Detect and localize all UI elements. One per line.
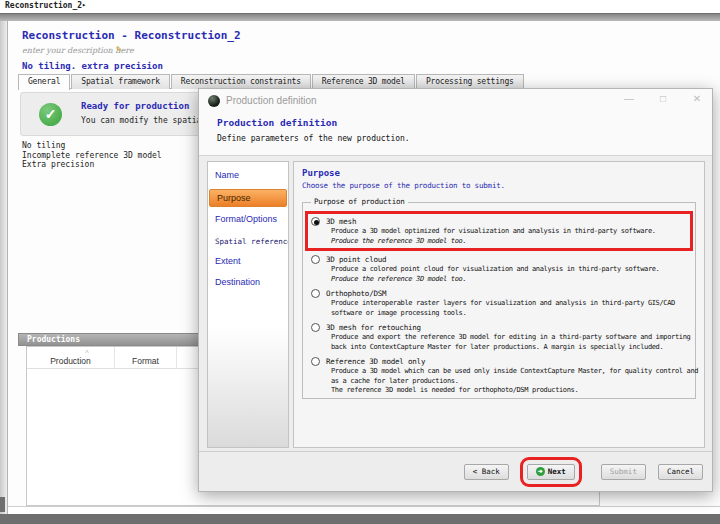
column-header-format[interactable]: Format [115,347,177,368]
tab-spatial-framework[interactable]: Spatial framework [71,74,169,89]
option-description: Produce a 3D model optimized for visuali… [331,227,687,237]
purpose-option-3d-mesh-for-retouching[interactable]: 3D mesh for retouchingProduce and export… [308,320,690,353]
radio-icon[interactable] [311,289,320,298]
radio-icon[interactable] [311,255,320,264]
option-description: software or image processing tools. [331,309,687,319]
next-button-label: Next [548,467,566,476]
tab-reference-3d-model[interactable]: Reference 3D model [312,74,415,89]
groupbox-label: Purpose of production [311,197,408,206]
option-label: Reference 3D model only [326,357,425,366]
success-check-icon: ✓ [39,103,62,126]
column-header-production[interactable]: Production [27,347,115,368]
maximize-icon[interactable]: □ [656,93,670,104]
wizard-step-extent[interactable]: Extent [208,252,288,273]
status-message: Incomplete reference 3D model [22,151,162,161]
option-label: 3D mesh for retouching [326,323,421,332]
option-note: Produce the reference 3D model too. [331,237,687,247]
option-description: Produce interoperable raster layers for … [331,299,687,309]
sort-arrow-icon: ˄ [85,348,89,356]
purpose-option-3d-point-cloud[interactable]: 3D point cloudProduce a colored point cl… [308,252,690,285]
dialog-title: Production definition [226,95,317,106]
page-title: Reconstruction - Reconstruction_2 [22,29,241,42]
radio-icon[interactable] [311,323,320,332]
minimize-icon[interactable]: — [622,93,636,104]
purpose-option-orthophoto-dsm[interactable]: Orthophoto/DSMProduce interoperable rast… [308,286,690,319]
option-description: Produce a 3D model which can be used onl… [331,367,687,377]
wizard-steps-sidebar: NamePurposeFormat/OptionsSpatial referen… [207,161,289,448]
left-splitter-handle[interactable] [0,497,5,512]
panel-subheading: Choose the purpose of the production to … [302,181,696,190]
option-description: The reference 3D model is needed for ort… [331,386,687,396]
taskbar-strip [0,514,720,524]
cancel-button[interactable]: Cancel [658,464,703,480]
left-splitter[interactable] [0,21,8,524]
dialog-heading: Production definition [217,117,337,128]
panel-heading: Purpose [302,168,696,178]
status-message: Extra precision [22,160,162,170]
tab-processing-settings[interactable]: Processing settings [416,74,524,89]
option-description: as a cache for later productions. [331,377,687,387]
production-definition-dialog: Production definition — □ ✕ Production d… [198,88,713,492]
window-divider-bar [0,13,720,21]
productions-header-label: Productions [27,335,80,344]
radio-icon[interactable] [311,357,320,366]
submit-button[interactable]: Submit [601,464,646,480]
tab-general[interactable]: General [18,74,70,90]
purpose-option-3d-mesh[interactable]: 3D meshProduce a 3D model optimized for … [305,211,693,251]
option-description: back into ContextCapture Master for late… [331,343,687,353]
wizard-step-format-options[interactable]: Format/Options [208,210,288,231]
dialog-titlebar[interactable]: Production definition — □ ✕ [199,89,712,113]
wizard-step-destination[interactable]: Destination [208,273,288,294]
breadcrumb-arrow-icon: ▸ [82,1,86,9]
status-messages: No tilingIncomplete reference 3D modelEx… [22,141,162,170]
wizard-step-purpose[interactable]: Purpose [209,189,287,207]
purpose-groupbox: Purpose of production 3D meshProduce a 3… [302,202,696,399]
purpose-option-reference-3d-model-only[interactable]: Reference 3D model onlyProduce a 3D mode… [308,354,690,397]
option-note: Produce the reference 3D model too. [331,275,687,285]
next-button[interactable]: ➜ Next [527,464,575,480]
tab-reconstruction-constraints[interactable]: Reconstruction constraints [171,74,311,89]
ready-title: Ready for production [81,101,189,111]
contextcapture-app-icon [208,95,220,107]
dialog-header: Production definition Define parameters … [199,113,712,156]
project-breadcrumb-bar: Reconstruction_2 ▸ [0,0,720,13]
purpose-options: 3D meshProduce a 3D model optimized for … [308,211,690,397]
option-label: 3D mesh [326,217,356,226]
purpose-panel: Purpose Choose the purpose of the produc… [293,161,705,448]
wizard-step-name[interactable]: Name [208,166,288,187]
dialog-footer: < Back ➜ Next Submit Cancel [199,451,712,491]
tab-bar: GeneralSpatial frameworkReconstruction c… [18,74,658,89]
dialog-subheading: Define parameters of the new production. [217,134,410,143]
status-message: No tiling [22,141,162,151]
reconstruction-status-line: No tiling. extra precision [22,61,163,71]
option-description: Produce and export the reference 3D mode… [331,333,687,343]
option-description: Produce a colored point cloud for visual… [331,265,687,275]
radio-icon[interactable] [311,217,320,226]
close-icon[interactable]: ✕ [690,93,704,104]
option-label: Orthophoto/DSM [326,289,386,298]
option-label: 3D point cloud [326,255,386,264]
back-button[interactable]: < Back [464,464,509,480]
edit-pencil-icon[interactable]: ✎ [116,43,122,54]
next-arrow-icon: ➜ [536,467,545,476]
wizard-step-spatial-reference-s[interactable]: Spatial reference s [208,231,288,252]
breadcrumb[interactable]: Reconstruction_2 [5,1,82,10]
dialog-body: NamePurposeFormat/OptionsSpatial referen… [199,156,712,453]
